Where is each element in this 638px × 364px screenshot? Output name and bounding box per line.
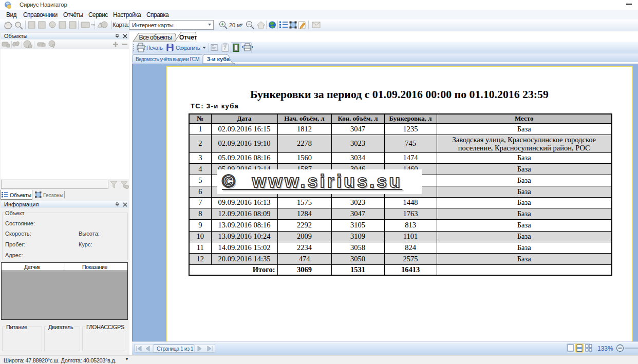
svg-text:?: ? — [223, 45, 227, 51]
svg-text:3-и куба: 3-и куба — [207, 56, 230, 62]
svg-text:Печать: Печать — [146, 45, 163, 51]
svg-text:Сохранить: Сохранить — [176, 45, 200, 51]
svg-text:Страница 1 из 1: Страница 1 из 1 — [157, 346, 194, 352]
svg-text:Отчет: Отчет — [179, 34, 197, 41]
svg-text:133%: 133% — [597, 345, 613, 352]
svg-text:Все объекты: Все объекты — [139, 34, 172, 41]
